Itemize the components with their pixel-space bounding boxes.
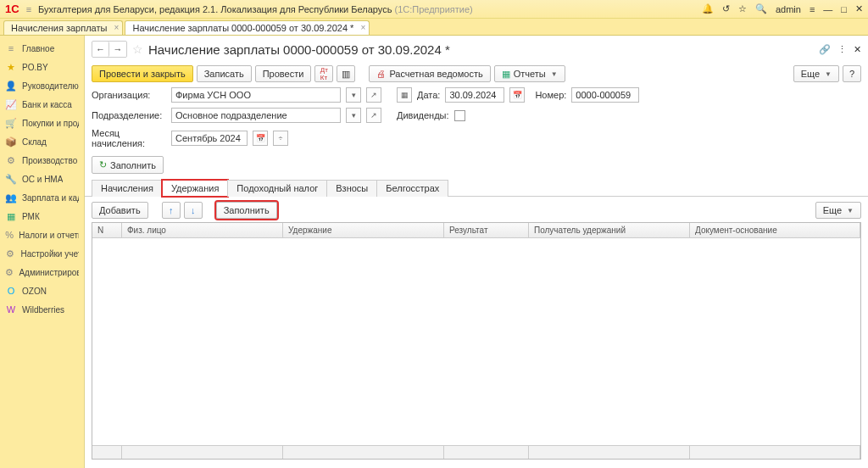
menu-icon[interactable]: ≡ [26,4,31,14]
sidebar-label: Wildberries [22,305,64,315]
more-button[interactable]: Еще▼ [815,202,861,219]
sidebar-label: OZON [22,287,47,296]
dropdown-icon[interactable]: ▾ [346,87,361,103]
month-input[interactable] [171,131,248,146]
subtabs: НачисленияУдержанияПодоходный налогВзнос… [85,179,868,197]
open-icon[interactable]: ↗ [366,87,381,103]
sidebar-item[interactable]: 📦Склад [0,132,84,151]
app-tab[interactable]: Начисление зарплаты 0000-000059 от 30.09… [125,20,370,35]
back-button[interactable]: ← [92,42,109,57]
sidebar-label: Настройки учета [20,249,79,259]
dt-kt-button[interactable]: ДтКт [314,65,333,82]
org-input[interactable] [171,87,341,103]
calendar-picker-icon[interactable]: 📅 [253,131,268,146]
history-icon[interactable]: ↺ [722,3,730,14]
app-suffix: (1С:Предприятие) [394,4,472,14]
sidebar-item[interactable]: ⚙Производство [0,151,84,170]
subtab[interactable]: Начисления [92,180,163,197]
sidebar-icon: ⚙ [5,266,14,278]
titlebar: 1C ≡ Бухгалтерия для Беларуси, редакция … [0,0,868,19]
payroll-button[interactable]: 🖨Расчетная ведомость [369,65,490,82]
subtab[interactable]: Белгосстрах [376,180,448,197]
sidebar-label: PO.BY [22,63,48,72]
app-title: Бухгалтерия для Беларуси, редакция 2.1. … [38,4,702,14]
spinner-icon[interactable]: ÷ [273,131,288,146]
grid[interactable]: NФиз. лицоУдержаниеРезультатПолучатель у… [92,222,861,460]
close-doc-icon[interactable]: ✕ [854,44,861,55]
calendar-icon[interactable]: ▦ [397,87,412,103]
structure-button[interactable]: ▥ [337,65,355,82]
add-button[interactable]: Добавить [92,202,148,219]
sidebar-item[interactable]: 🛒Покупки и продажи [0,114,84,132]
dropdown-icon[interactable]: ▾ [346,108,361,123]
date-input[interactable] [445,87,504,103]
sidebar-icon: % [5,229,14,241]
link-icon[interactable]: 🔗 [819,44,831,55]
settings-icon[interactable]: ≡ [810,4,815,14]
nav-group: ← → [92,41,127,58]
sidebar-icon: 🔧 [5,173,17,185]
subtab[interactable]: Удержания [162,180,228,197]
sidebar-item[interactable]: %Налоги и отчетность [0,226,84,244]
search-icon[interactable]: 🔍 [755,3,767,14]
app-logo: 1C [5,3,19,15]
calendar-picker-icon[interactable]: 📅 [509,87,525,103]
user-label[interactable]: admin [776,4,801,14]
move-up-button[interactable]: ↑ [162,202,181,219]
sidebar-item[interactable]: ⚙Настройки учета [0,244,84,263]
sidebar-label: РМК [22,212,40,221]
sidebar-item[interactable]: OOZON [0,281,84,300]
star-icon[interactable]: ☆ [132,42,143,56]
sidebar-item[interactable]: ≡Главное [0,39,84,58]
post-button[interactable]: Провести [255,65,312,82]
sidebar-label: Покупки и продажи [22,119,79,128]
reports-button[interactable]: ▦Отчеты▼ [494,65,565,82]
app-tab[interactable]: Начисления зарплаты× [3,20,123,35]
sidebar-item[interactable]: ★PO.BY [0,58,84,76]
tab-close-icon[interactable]: × [361,23,366,32]
sidebar-label: Главное [22,44,54,53]
sidebar-item[interactable]: 🔧ОС и НМА [0,170,84,188]
favorite-icon[interactable]: ☆ [738,3,747,14]
more-button[interactable]: Еще▼ [793,65,839,82]
sidebar-item[interactable]: ▦РМК [0,207,84,226]
div-label: Дивиденды: [397,110,449,120]
close-icon[interactable]: ✕ [855,3,863,14]
dept-input[interactable] [171,108,341,123]
sidebar-icon: 👤 [5,80,17,92]
sidebar-label: Налоги и отчетность [19,231,79,240]
help-button[interactable]: ? [843,65,861,82]
subtab[interactable]: Взносы [326,180,377,197]
dividends-checkbox[interactable] [454,110,465,121]
grid-column-header[interactable]: Физ. лицо [122,223,283,237]
minimize-icon[interactable]: — [823,4,832,14]
tab-close-icon[interactable]: × [114,23,120,32]
sidebar-item[interactable]: WWildberries [0,300,84,319]
post-close-button[interactable]: Провести и закрыть [92,65,193,82]
sidebar-item[interactable]: 📈Банк и касса [0,95,84,114]
grid-column-header[interactable]: N [92,223,122,237]
kebab-icon[interactable]: ⋮ [837,44,847,55]
grid-column-header[interactable]: Документ-основание [690,223,860,237]
save-button[interactable]: Записать [197,65,252,82]
fill-button[interactable]: ↻Заполнить [92,156,164,174]
grid-body[interactable] [92,238,860,445]
sidebar: ≡Главное★PO.BY👤Руководителю📈Банк и касса… [0,36,85,468]
date-label: Дата: [417,90,440,100]
sidebar-item[interactable]: 👤Руководителю [0,76,84,95]
sidebar-label: ОС и НМА [22,175,63,184]
forward-button[interactable]: → [109,42,126,57]
grid-column-header[interactable]: Удержание [283,223,444,237]
sidebar-icon: ≡ [5,42,17,54]
sidebar-item[interactable]: 👥Зарплата и кадры [0,188,84,207]
num-input[interactable] [571,87,639,103]
maximize-icon[interactable]: □ [841,4,847,14]
open-icon[interactable]: ↗ [366,108,381,123]
grid-column-header[interactable]: Результат [444,223,529,237]
sidebar-item[interactable]: ⚙Администрирование [0,263,84,281]
fill-tab-button[interactable]: Заполнить [216,202,277,219]
bell-icon[interactable]: 🔔 [702,3,714,14]
grid-column-header[interactable]: Получатель удержаний [529,223,690,237]
move-down-button[interactable]: ↓ [184,202,203,219]
subtab[interactable]: Подоходный налог [227,180,327,197]
